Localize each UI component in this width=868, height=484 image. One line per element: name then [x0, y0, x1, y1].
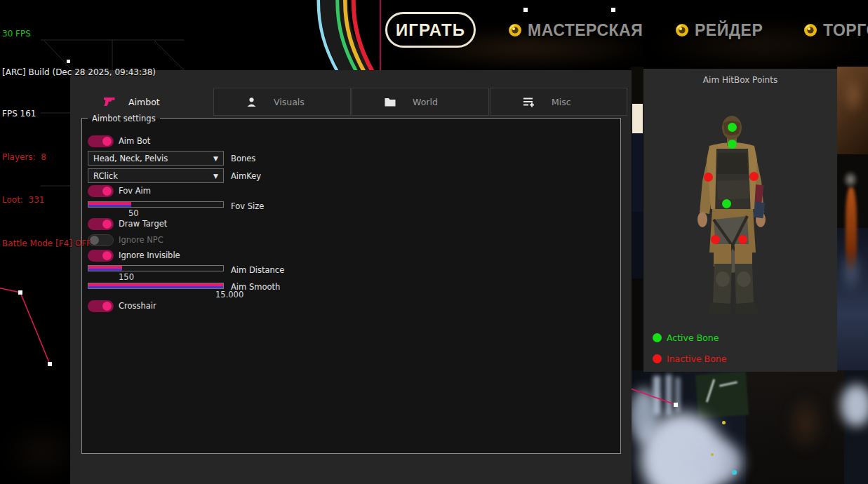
bone-dot-neck — [728, 140, 737, 149]
legend-active-bone: Active Bone — [653, 332, 719, 343]
play-button[interactable]: ИГРАТЬ — [385, 12, 476, 48]
bone-dot-head — [728, 123, 737, 132]
coin-icon — [675, 23, 689, 37]
chevron-down-icon: ▼ — [213, 173, 218, 180]
esp-marker — [18, 290, 22, 295]
folder-icon — [385, 98, 396, 107]
tab-world[interactable]: World — [352, 88, 489, 116]
esp-marker — [523, 8, 528, 12]
play-button-label: ИГРАТЬ — [396, 20, 465, 40]
crosshair-label: Crosshair — [119, 300, 156, 312]
bone-dot-right-arm — [749, 172, 759, 181]
tab-label: World — [413, 97, 438, 107]
menu-item-raider[interactable]: РЕЙДЕР — [675, 20, 763, 41]
active-bone-dot-icon — [653, 333, 662, 342]
character-model — [643, 69, 837, 372]
fov-size-label: Fov Size — [231, 201, 264, 211]
game-screen: 30 FPS [ARC] Build (Dec 28 2025, 09:43:3… — [0, 0, 868, 484]
hud-fps-line: FPS 161 — [2, 107, 156, 121]
aim-distance-label: Aim Distance — [231, 265, 284, 275]
legend-label: Active Bone — [667, 332, 719, 343]
debug-hud: 30 FPS [ARC] Build (Dec 28 2025, 09:43:3… — [2, 1, 156, 279]
menu-item-trade[interactable]: ТОРГОВЛЯ — [803, 20, 868, 41]
tab-label: Visuals — [274, 97, 305, 107]
inactive-bone-dot-icon — [653, 354, 662, 363]
coin-icon — [508, 23, 522, 37]
bone-dot-pelvis — [722, 199, 731, 208]
esp-marker — [611, 8, 615, 12]
esp-marker — [48, 362, 52, 366]
menu-item-label: РЕЙДЕР — [695, 21, 763, 40]
toggle-knob — [102, 302, 112, 311]
hud-loot-line: Loot: 331 — [2, 193, 156, 208]
tab-misc[interactable]: Misc — [490, 88, 627, 116]
coin-icon — [803, 23, 817, 37]
hud-build-line: [ARC] Build (Dec 28 2025, 09:43:38) — [2, 67, 156, 78]
menu-item-workshop[interactable]: МАСТЕРСКАЯ — [508, 20, 643, 41]
aim-smooth-label: Aim Smooth — [231, 282, 280, 292]
bone-dot-left-arm — [704, 173, 713, 182]
hud-fps-small: 30 FPS — [2, 29, 156, 38]
slider-fill — [88, 283, 223, 288]
bones-label: Bones — [231, 154, 255, 163]
chevron-down-icon: ▼ — [213, 155, 218, 162]
aimbot-settings-group: Aimbot settings Aim Bot Head, Neck, Pelv… — [81, 118, 621, 454]
hitbox-panel: Aim HitBox Points — [643, 69, 837, 372]
tab-label: Misc — [552, 97, 571, 107]
aim-smooth-slider[interactable] — [88, 283, 224, 289]
filter-plus-icon — [523, 97, 535, 107]
hud-players-line: Players: 8 — [2, 150, 156, 165]
hud-battle-mode-line: Battle Mode [F4] OFF — [2, 236, 156, 251]
bone-dot-left-thigh — [711, 235, 720, 244]
tab-visuals[interactable]: Visuals — [213, 88, 351, 116]
person-icon — [246, 97, 257, 107]
bone-dot-right-thigh — [738, 235, 747, 244]
legend-inactive-bone: Inactive Bone — [653, 354, 726, 364]
menu-item-label: МАСТЕРСКАЯ — [528, 21, 643, 40]
esp-marker — [674, 403, 678, 407]
crosshair-toggle[interactable] — [88, 300, 114, 312]
menu-item-label: ТОРГОВЛЯ — [823, 21, 868, 40]
legend-label: Inactive Bone — [667, 354, 726, 364]
aimkey-label: AimKey — [231, 171, 261, 181]
